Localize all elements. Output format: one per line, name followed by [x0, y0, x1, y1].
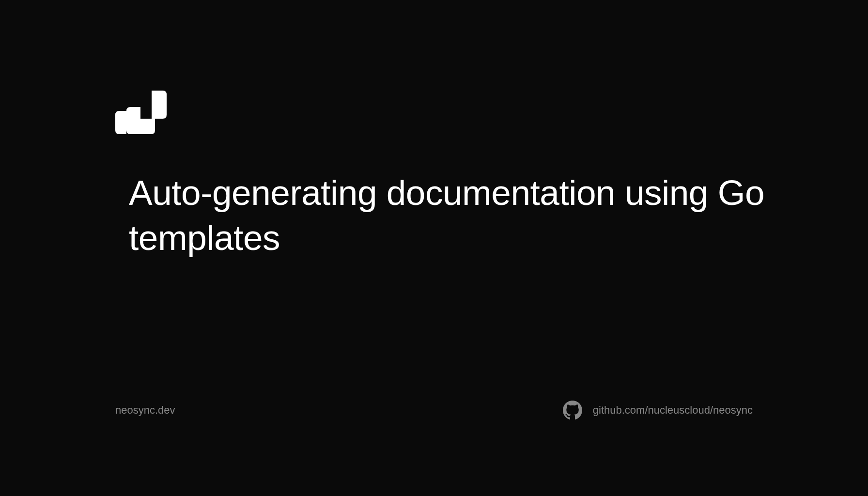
- footer: neosync.dev github.com/nucleuscloud/neos…: [115, 401, 753, 420]
- neosync-logo-icon: [115, 91, 167, 134]
- github-link[interactable]: github.com/nucleuscloud/neosync: [563, 401, 753, 420]
- slide-container: Auto-generating documentation using Go t…: [81, 47, 787, 449]
- github-icon: [563, 401, 582, 420]
- domain-link[interactable]: neosync.dev: [115, 404, 175, 417]
- page-title: Auto-generating documentation using Go t…: [129, 170, 787, 260]
- github-url-text: github.com/nucleuscloud/neosync: [593, 404, 753, 417]
